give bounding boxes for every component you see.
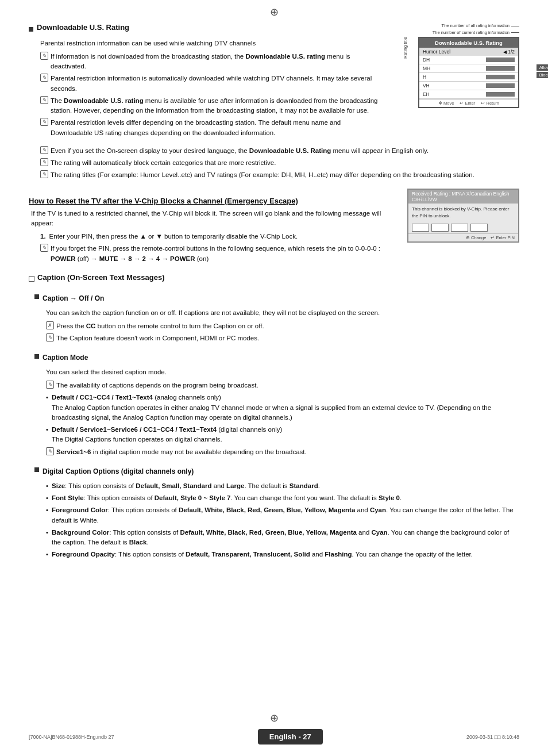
enter-label: ↵ Enter [460,101,475,106]
ann-current-rating: The number of current rating information [433,30,519,36]
note-icon-7: ✎ [40,170,48,178]
vchip-input-4[interactable] [470,224,488,232]
note5: ✎ Even if you set the On-screen display … [40,146,519,156]
move-label: ❖ Move [438,101,454,106]
caption-off-on-block: Caption → Off / On You can switch the ca… [34,289,519,343]
vchip-ui-box: Received Rating : MPAA X/Canadian Englis… [407,189,519,243]
bullet-digital-caption [34,467,39,472]
footer-date-info: 2009-03-31 □□ 8:10:48 [466,734,519,740]
row-h-label: H [423,74,426,80]
caption-mode-bullet2: Default / Service1~Service6 / CC1~CC4 / … [46,425,519,445]
rating-box-with-label: Rating title Downloadable U.S. Rating Hu… [393,37,519,108]
row-mh-bar [486,66,515,71]
vchip-change-label: ⊕ Change [466,235,486,240]
note-icon-1: ✎ [40,52,48,60]
caption-mode-note1: ✎ The availability of captions depends o… [46,381,519,390]
dc-font-style: Font Style: This option consists of Defa… [46,493,519,503]
row-dh-label: DH [423,57,430,63]
vchip-input-row [408,222,518,233]
page-number-box: English - 27 [258,729,323,745]
note4-text: Parental restriction levels differ depen… [51,118,384,138]
humor-level-label: Humor Level [423,49,450,55]
block-all-btn[interactable]: Block All [537,72,548,78]
caption-mode-title-row: Caption Mode [34,348,519,364]
bullet-caption-off-on [34,294,39,299]
caption-note-icon-1: ✗ [46,321,54,329]
row-mh-label: MH [423,66,430,71]
page-number-text: English - 27 [269,732,311,741]
vchip-step1: 1. Enter your PIN, then press the ▲ or ▼… [40,232,398,241]
note6-text: The rating will automatically block cert… [51,158,519,168]
caption-mode-bullet1-text: Default / CC1~CC4 / Text1~Text4 (analog … [52,393,519,423]
caption-note2-text: The Caption feature doesn't work in Comp… [56,333,519,343]
step1-text: Enter your PIN, then press the ▲ or ▼ bu… [49,232,298,241]
note-icon-6: ✎ [40,158,48,166]
rating-footer: ❖ Move ↵ Enter ↩ Return [419,99,518,107]
caption-mode-title: Caption Mode [43,354,88,362]
ann-all-rating: The number of all rating information [442,23,519,29]
dc-font-style-text: Font Style: This option consists of Defa… [52,493,402,503]
note3: ✎ The Downloadable U.S. rating menu is a… [40,96,384,116]
bottom-compass-icon: ⊕ [270,712,279,724]
row-h-bar [486,75,515,79]
caption-mode-note1-text: The availability of captions depends on … [56,381,519,390]
caption-main-title: Caption (On-Screen Text Messages) [37,273,165,282]
note7: ✎ The rating titles (For example: Humor … [40,170,519,180]
note1: ✎ If information is not downloaded from … [40,52,384,72]
dc-fg-opacity-text: Foreground Opacity: This option consists… [52,550,473,559]
note4: ✎ Parental restriction levels differ dep… [40,118,384,138]
rating-row-mh: MH Allow All Block All [419,64,518,73]
caption-mode-note-icon-2: ✎ [46,447,54,455]
rating-annotations: The number of all rating information The… [393,23,519,36]
rating-row-vh: VH [419,82,518,90]
ann-line-1 [511,26,519,26]
note-icon-3: ✎ [40,96,48,104]
rating-row-dh: DH [419,56,518,64]
step1-num: 1. [40,232,46,241]
dc-size-text: Size: This option consists of Default, S… [52,481,320,491]
vchip-note1: ✎ If you forget the PIN, press the remot… [40,244,398,264]
vchip-input-1[interactable] [412,224,429,232]
rating-box-container: The number of all rating information The… [393,23,519,108]
downloadable-intro: Parental restriction information can be … [40,39,384,49]
vchip-section: How to Reset the TV after the V-Chip Blo… [29,189,519,266]
vchip-note1-text: If you forget the PIN, press the remote-… [51,244,398,264]
caption-note-icon-2: ✎ [46,333,54,341]
caption-off-on-title: Caption → Off / On [43,294,104,302]
caption-mode-bullet1: Default / CC1~CC4 / Text1~Text4 (analog … [46,393,519,423]
row-eh-bar [486,92,515,97]
vchip-note-icon-1: ✎ [40,244,48,252]
caption-off-on-title-row: Caption → Off / On [34,289,519,305]
downloadable-rating-title: Downloadable U.S. Rating [37,23,129,32]
page: ⊕ Downloadable U.S. Rating Parental rest… [0,0,548,756]
rating-box-area: The number of all rating information The… [393,23,519,140]
row-vh-label: VH [423,83,430,89]
caption-mode-bullet2-text: Default / Service1~Service6 / CC1~CC4 / … [52,425,282,445]
caption-mode-note-icon-1: ✎ [46,381,54,389]
caption-note2: ✎ The Caption feature doesn't work in Co… [46,333,519,343]
downloadable-rating-section: Downloadable U.S. Rating Parental restri… [29,23,519,140]
caption-mode-note2-text: Service1~6 in digital caption mode may n… [56,447,519,457]
note-icon-5: ✎ [40,146,48,154]
note-icon-4: ✎ [40,118,48,126]
checkbox-icon [29,276,34,282]
return-label: ↩ Return [481,101,499,106]
dc-fg-color-text: Foreground Color: This option consists o… [52,505,519,525]
row-eh-label: EH [423,91,430,97]
vchip-input-3[interactable] [451,224,468,232]
ann-all-rating-label: The number of all rating information [442,23,510,29]
allow-all-btn[interactable]: Allow All [537,64,548,71]
caption-section: Caption (On-Screen Text Messages) Captio… [29,273,519,560]
vchip-input-2[interactable] [431,224,449,232]
left-arrow-icon: ◀ [503,49,507,55]
dc-size: Size: This option consists of Default, S… [46,481,519,491]
digital-caption-title: Digital Caption Options (digital channel… [43,467,194,475]
vchip-box-area: Received Rating : MPAA X/Canadian Englis… [407,189,519,266]
vchip-title: How to Reset the TV after the V-Chip Blo… [29,197,398,205]
top-compass-icon: ⊕ [270,6,279,18]
caption-mode-note2: ✎ Service1~6 in digital caption mode may… [46,447,519,457]
caption-mode-block: Caption Mode You can select the desired … [34,348,519,457]
note6: ✎ The rating will automatically block ce… [40,158,519,168]
rating-ui-header: Downloadable U.S. Rating [419,38,518,48]
vchip-intro: If the TV is tuned to a restricted chann… [31,209,398,229]
